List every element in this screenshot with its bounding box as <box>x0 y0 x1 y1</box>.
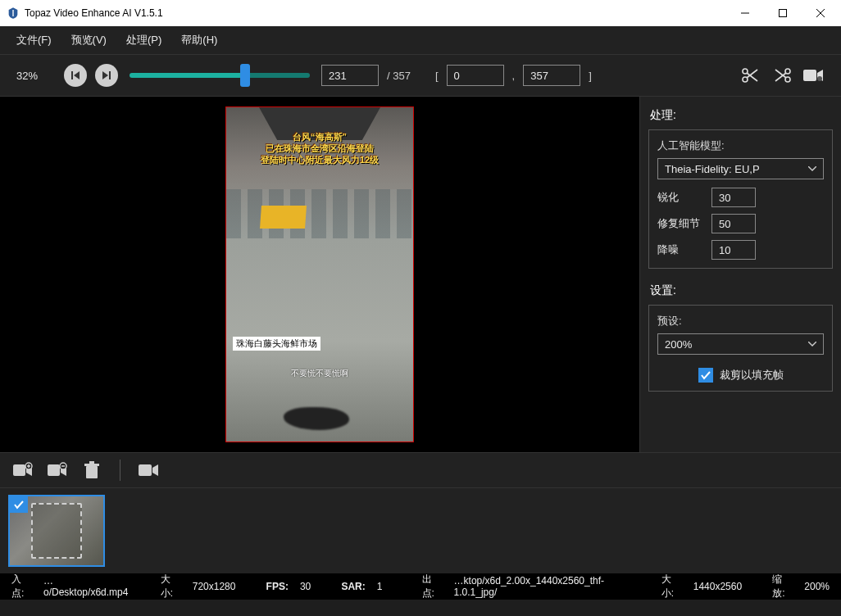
toolbar-separator <box>120 460 120 481</box>
status-size2-value: 1440x2560 <box>693 581 742 592</box>
status-sar-label: SAR: <box>341 581 365 592</box>
playback-toolbar: 32% 231 / 357 [ 0 , 357 ] <box>0 54 841 97</box>
range-end-input[interactable]: 357 <box>523 65 580 86</box>
svg-rect-4 <box>71 71 73 79</box>
overlay-caption: 不要慌不要慌啊 <box>226 368 413 379</box>
window-buttons <box>726 0 839 26</box>
menu-process[interactable]: 处理(P) <box>116 33 171 48</box>
playback-slider[interactable] <box>130 66 310 85</box>
frame-separator: / 357 <box>387 70 411 82</box>
svg-marker-7 <box>102 71 108 79</box>
chevron-down-icon <box>808 342 816 346</box>
clip-toolbar <box>0 452 841 488</box>
work-area: 台风“海高斯” 已在珠海市金湾区沿海登陆 登陆时中心附近最大风力12级 珠海白藤… <box>0 97 841 452</box>
settings-fieldset: 预设: 200% 裁剪以填充帧 <box>648 305 833 392</box>
bracket-open: [ <box>435 70 439 82</box>
overlay-location-label: 珠海白藤头海鲜市场 <box>233 337 320 351</box>
window-titlebar: Topaz Video Enhance AI V1.5.1 <box>0 0 841 26</box>
zoom-label: 32% <box>16 70 56 82</box>
menu-file[interactable]: 文件(F) <box>7 33 61 48</box>
svg-rect-28 <box>86 466 98 478</box>
status-scale-value: 200% <box>804 581 830 592</box>
restore-input[interactable]: 50 <box>711 214 756 233</box>
svg-rect-19 <box>13 464 25 476</box>
clip-thumbnail[interactable] <box>8 495 105 567</box>
svg-rect-16 <box>803 70 816 81</box>
preset-value: 200% <box>665 338 692 351</box>
restore-label: 修复细节 <box>657 216 703 231</box>
bracket-close: ] <box>589 70 592 82</box>
status-scale-label: 缩放: <box>772 573 793 600</box>
record-icon[interactable] <box>802 64 825 87</box>
thumbnail-strip <box>0 488 841 573</box>
svg-rect-31 <box>139 464 152 476</box>
add-clip-button[interactable] <box>11 459 34 482</box>
status-bar: 入点: …o/Desktop/x6d.mp4 大小: 720x1280 FPS:… <box>0 573 841 600</box>
model-dropdown[interactable]: Theia-Fidelity: EU,P <box>657 158 824 179</box>
cut-right-icon[interactable] <box>771 64 793 87</box>
model-value: Theia-Fidelity: EU,P <box>665 163 760 175</box>
status-in-label: 入点: <box>11 573 32 600</box>
maximize-button[interactable] <box>764 0 802 26</box>
process-fieldset: 人工智能模型: Theia-Fidelity: EU,P 锐化 30 修复细节 … <box>648 129 833 269</box>
preset-dropdown[interactable]: 200% <box>657 333 824 355</box>
status-fps-label: FPS: <box>266 581 289 592</box>
minimize-button[interactable] <box>726 0 764 26</box>
sharpen-input[interactable]: 30 <box>711 188 756 207</box>
svg-rect-24 <box>48 464 60 476</box>
crop-checkbox[interactable] <box>698 368 713 383</box>
svg-rect-30 <box>89 461 94 464</box>
panel-settings-title: 设置: <box>648 277 833 305</box>
remove-clip-button[interactable] <box>46 459 69 482</box>
status-size1-value: 720x1280 <box>193 581 236 592</box>
status-out-label: 出点: <box>422 573 443 600</box>
crop-label: 裁剪以填充帧 <box>720 368 784 383</box>
menu-preview[interactable]: 预览(V) <box>61 33 116 48</box>
sharpen-label: 锐化 <box>657 190 703 205</box>
svg-marker-32 <box>152 464 158 476</box>
delete-button[interactable] <box>80 459 103 482</box>
chevron-down-icon <box>808 166 816 171</box>
thumbnail-selected-icon[interactable] <box>10 496 28 513</box>
svg-marker-5 <box>74 71 80 79</box>
current-frame-input[interactable]: 231 <box>321 65 379 86</box>
svg-point-18 <box>817 76 822 81</box>
denoise-label: 降噪 <box>657 242 703 257</box>
svg-rect-6 <box>109 71 111 79</box>
app-logo-icon <box>7 7 20 20</box>
menu-bar: 文件(F) 预览(V) 处理(P) 帮助(H) <box>0 26 841 54</box>
cut-left-icon[interactable] <box>739 64 762 87</box>
video-frame: 台风“海高斯” 已在珠海市金湾区沿海登陆 登陆时中心附近最大风力12级 珠海白藤… <box>225 106 414 442</box>
status-out-value: …ktop/x6d_2.00x_1440x2560_thf-1.0.1_jpg/ <box>454 575 631 598</box>
window-title: Topaz Video Enhance AI V1.5.1 <box>25 7 726 19</box>
denoise-input[interactable]: 10 <box>711 240 756 260</box>
svg-rect-1 <box>780 10 787 17</box>
overlay-headline: 台风“海高斯” 已在珠海市金湾区沿海登陆 登陆时中心附近最大风力12级 <box>226 132 413 165</box>
status-sar-value: 1 <box>377 581 383 592</box>
close-button[interactable] <box>802 0 839 26</box>
video-preview-area[interactable]: 台风“海高斯” 已在珠海市金湾区沿海登陆 登陆时中心附近最大风力12级 珠海白藤… <box>0 97 639 452</box>
svg-rect-29 <box>84 464 99 466</box>
process-clip-button[interactable] <box>137 459 160 482</box>
prev-frame-button[interactable] <box>64 64 87 87</box>
range-comma: , <box>512 70 516 82</box>
next-frame-button[interactable] <box>95 64 118 87</box>
model-label: 人工智能模型: <box>657 138 824 153</box>
status-size1-label: 大小: <box>161 573 181 600</box>
right-panel: 处理: 人工智能模型: Theia-Fidelity: EU,P 锐化 30 修… <box>639 97 841 452</box>
menu-help[interactable]: 帮助(H) <box>171 33 227 48</box>
status-size2-label: 大小: <box>661 573 682 600</box>
range-start-input[interactable]: 0 <box>447 65 504 86</box>
status-fps-value: 30 <box>300 581 311 592</box>
preset-label: 预设: <box>657 314 824 328</box>
panel-process-title: 处理: <box>648 102 833 129</box>
status-in-value: …o/Desktop/x6d.mp4 <box>43 575 130 598</box>
